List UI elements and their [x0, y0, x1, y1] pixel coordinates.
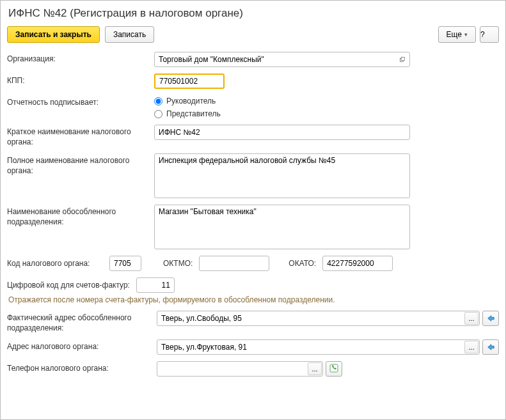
tax-code-input[interactable] [109, 256, 141, 271]
save-and-close-button[interactable]: Записать и закрыть [7, 26, 100, 43]
signer-rep-radio-input[interactable] [154, 110, 162, 118]
fact-addr-copy-button[interactable] [482, 311, 499, 326]
digital-code-input[interactable] [136, 277, 175, 293]
svg-marker-2 [488, 316, 494, 322]
page-title: ИФНС №42 (Регистрация в налоговом органе… [8, 7, 499, 20]
org-input[interactable] [154, 52, 410, 67]
signer-label: Отчетность подписывает: [7, 95, 154, 108]
full-name-input[interactable]: Инспекция федеральной налоговой службы №… [154, 153, 410, 198]
tax-addr-copy-button[interactable] [482, 339, 499, 355]
unit-name-label: Наименование обособленного подразделения… [7, 205, 154, 227]
short-name-input[interactable] [154, 125, 410, 140]
phone-label: Телефон налогового органа: [7, 361, 154, 374]
phone-input[interactable] [157, 361, 323, 377]
okato-input[interactable] [322, 256, 393, 271]
signer-head-label: Руководитель [166, 97, 216, 105]
signer-head-radio-input[interactable] [154, 97, 162, 105]
signer-rep-radio[interactable]: Представитель [154, 109, 221, 118]
okato-label: ОКАТО: [289, 259, 316, 268]
digital-code-hint: Отражается после номера счета-фактуры, ф… [8, 295, 499, 304]
short-name-label: Краткое наименование налогового органа: [7, 125, 154, 147]
full-name-label: Полное наименование налогового органа: [7, 153, 154, 176]
svg-marker-3 [488, 345, 494, 350]
phone-dots-button[interactable]: ... [308, 362, 322, 375]
toolbar: Записать и закрыть Записать Еще ▾ ? [7, 26, 499, 43]
phone-call-button[interactable] [326, 361, 342, 377]
more-button[interactable]: Еще ▾ [438, 26, 476, 43]
fact-addr-label: Фактический адрес обособленного подразде… [7, 311, 154, 333]
more-button-label: Еще [447, 30, 462, 39]
signer-rep-label: Представитель [166, 109, 221, 118]
fact-addr-dots-button[interactable]: ... [464, 312, 478, 325]
phone-icon [329, 364, 338, 375]
signer-head-radio[interactable]: Руководитель [154, 97, 221, 105]
tax-addr-dots-button[interactable]: ... [464, 341, 478, 354]
tax-addr-input[interactable] [157, 339, 480, 355]
kpp-label: КПП: [7, 74, 154, 86]
digital-code-label: Цифровой код для счетов-фактур: [7, 281, 130, 290]
kpp-input[interactable] [154, 74, 225, 89]
fact-addr-input[interactable] [157, 311, 480, 326]
window: ИФНС №42 (Регистрация в налоговом органе… [0, 0, 506, 420]
oktmo-label: ОКТМО: [163, 259, 193, 268]
save-button[interactable]: Записать [105, 26, 154, 43]
chevron-down-icon: ▾ [464, 31, 468, 38]
oktmo-input[interactable] [199, 256, 269, 271]
tax-code-label: Код налогового органа: [7, 259, 103, 268]
tax-addr-label: Адрес налогового органа: [7, 339, 154, 352]
org-label: Организация: [7, 52, 154, 65]
svg-rect-1 [401, 57, 404, 60]
open-ref-icon[interactable] [396, 53, 409, 66]
unit-name-input[interactable]: Магазин "Бытовая техника" [154, 205, 410, 249]
help-button[interactable]: ? [480, 26, 499, 43]
